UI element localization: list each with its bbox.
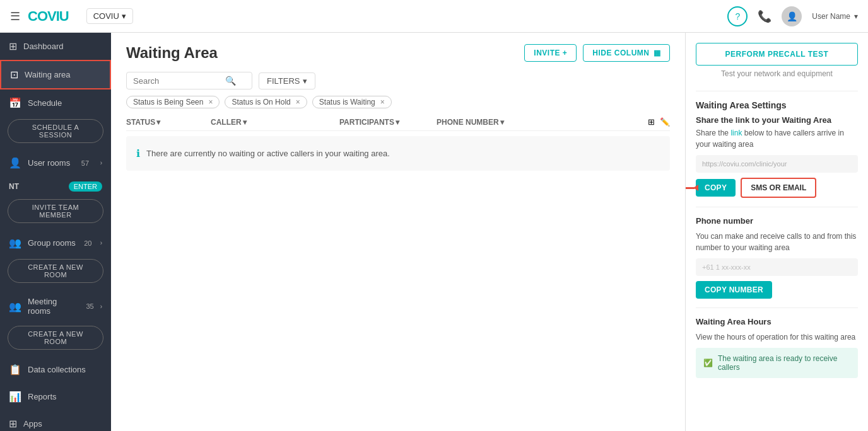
sidebar-item-data-collections[interactable]: 📋 Data collections bbox=[0, 356, 111, 383]
meeting-rooms-icon: 👥 bbox=[9, 301, 21, 313]
nt-enter-row: NT ENTER bbox=[0, 176, 111, 197]
sidebar-item-label: Meeting rooms bbox=[28, 297, 79, 316]
sort-icon: ▾ bbox=[156, 118, 160, 127]
arrow-line-2 bbox=[685, 187, 695, 189]
copy-button[interactable]: COPY bbox=[696, 179, 736, 197]
sms-email-button[interactable]: SMS OR EMAIL bbox=[741, 178, 816, 198]
filter-bar: 🔍 FILTERS ▾ bbox=[111, 68, 685, 93]
schedule-icon: 📅 bbox=[9, 97, 21, 109]
avatar: 👤 bbox=[782, 6, 802, 26]
filter-tags: Status is Being Seen × Status is On Hold… bbox=[111, 93, 685, 111]
filter-tag-waiting: Status is Waiting × bbox=[312, 96, 392, 108]
sidebar-item-group-rooms[interactable]: 👥 Group rooms 20 › bbox=[0, 229, 111, 256]
search-box[interactable]: 🔍 bbox=[126, 72, 252, 89]
hide-column-button[interactable]: HIDE COLUMN ▦ bbox=[583, 44, 670, 62]
th-phone[interactable]: PHONE NUMBER ▾ bbox=[437, 118, 537, 127]
divider bbox=[696, 207, 858, 207]
sidebar-item-apps[interactable]: ⊞ Apps bbox=[0, 410, 111, 431]
divider bbox=[696, 307, 858, 308]
annotation-2: 2 bbox=[685, 181, 695, 194]
ready-message: The waiting area is ready to receive cal… bbox=[718, 354, 850, 372]
waiting-area-icon: ⊡ bbox=[10, 69, 18, 81]
ready-status: ✅ The waiting area is ready to receive c… bbox=[696, 348, 858, 378]
sidebar-item-meeting-rooms[interactable]: 👥 Meeting rooms 35 › bbox=[0, 289, 111, 323]
filter-tag-close[interactable]: × bbox=[208, 98, 213, 106]
phone-display: +61 1 xx-xxx-xx bbox=[696, 258, 858, 276]
sort-icon: ▾ bbox=[396, 118, 399, 127]
arrow-icon: › bbox=[100, 239, 102, 246]
filters-button[interactable]: FILTERS ▾ bbox=[259, 72, 315, 89]
hours-desc: View the hours of operation for this wai… bbox=[696, 331, 858, 343]
topbar: ☰ COVIU COVIU ▾ ? 📞 👤 User Name ▾ bbox=[0, 0, 868, 33]
org-selector[interactable]: COVIU ▾ bbox=[86, 8, 133, 24]
group-rooms-icon: 👥 bbox=[9, 237, 21, 249]
user-dropdown-icon: ▾ bbox=[854, 12, 858, 21]
user-rooms-badge: 57 bbox=[81, 159, 89, 167]
filter-tag-close[interactable]: × bbox=[296, 98, 300, 106]
table-header: STATUS ▾ CALLER ▾ PARTICIPANTS ▾ PHONE N… bbox=[126, 111, 670, 131]
th-participants[interactable]: PARTICIPANTS ▾ bbox=[339, 118, 434, 127]
hours-title: Waiting Area Hours bbox=[696, 317, 858, 326]
filters-label: FILTERS bbox=[267, 76, 300, 86]
hide-column-label: HIDE COLUMN bbox=[592, 49, 649, 57]
reports-icon: 📊 bbox=[9, 391, 21, 403]
empty-table-row: ℹ There are currently no waiting or acti… bbox=[126, 136, 670, 171]
create-room-group-button[interactable]: CREATE A NEW ROOM bbox=[8, 259, 103, 283]
arrow-icon: › bbox=[100, 159, 102, 166]
content-header: Waiting Area INVITE + HIDE COLUMN ▦ bbox=[111, 33, 685, 68]
filters-chevron: ▾ bbox=[303, 76, 307, 86]
org-dropdown-icon: ▾ bbox=[122, 11, 126, 21]
filter-tag-label: Status is Waiting bbox=[319, 98, 375, 106]
help-button[interactable]: ? bbox=[727, 6, 748, 26]
sidebar-item-dashboard[interactable]: ⊞ Dashboard bbox=[0, 33, 111, 60]
phone-icon[interactable]: 📞 bbox=[758, 9, 771, 23]
waiting-area-settings: Waiting Area Settings Share the link to … bbox=[696, 100, 858, 378]
table-icon-1[interactable]: ⊞ bbox=[648, 117, 655, 127]
table-area: STATUS ▾ CALLER ▾ PARTICIPANTS ▾ PHONE N… bbox=[111, 111, 685, 431]
empty-message: There are currently no waiting or active… bbox=[146, 149, 390, 158]
th-caller[interactable]: CALLER ▾ bbox=[211, 118, 337, 127]
filter-tag-close[interactable]: × bbox=[380, 98, 385, 106]
right-panel: PERFORM PRECALL TEST Test your network a… bbox=[685, 33, 868, 431]
sort-icon: ▾ bbox=[243, 118, 247, 127]
table-icon-2[interactable]: ✏️ bbox=[660, 117, 670, 127]
copy-number-button[interactable]: COPY NUMBER bbox=[696, 281, 772, 299]
sidebar-item-label: Schedule bbox=[28, 98, 62, 108]
sidebar-item-label: Waiting area bbox=[25, 70, 71, 79]
filter-tag-being-seen: Status is Being Seen × bbox=[126, 96, 220, 108]
search-input[interactable] bbox=[133, 76, 221, 86]
sidebar-item-label: Reports bbox=[28, 392, 57, 401]
sidebar-item-user-rooms[interactable]: 👤 User rooms 57 › bbox=[0, 149, 111, 176]
menu-icon[interactable]: ☰ bbox=[10, 9, 20, 23]
apps-icon: ⊞ bbox=[9, 418, 17, 430]
link-actions: COPY 2 SMS OR EMAIL bbox=[696, 178, 858, 198]
divider bbox=[696, 91, 858, 91]
info-icon: ℹ bbox=[136, 147, 140, 159]
th-status[interactable]: STATUS ▾ bbox=[126, 118, 208, 127]
sidebar-item-reports[interactable]: 📊 Reports bbox=[0, 383, 111, 410]
sidebar-item-schedule[interactable]: 📅 Schedule bbox=[0, 89, 111, 117]
sidebar-item-waiting-area[interactable]: ⊡ Waiting area 1 bbox=[0, 60, 111, 89]
dashboard-icon: ⊞ bbox=[9, 40, 17, 52]
arrow-icon: › bbox=[100, 303, 102, 310]
precall-button[interactable]: PERFORM PRECALL TEST bbox=[696, 43, 858, 66]
group-rooms-badge: 20 bbox=[84, 239, 91, 247]
share-link[interactable]: link bbox=[730, 129, 742, 137]
logo: COVIU bbox=[28, 8, 69, 25]
share-title: Share the link to your Waiting Area bbox=[696, 115, 858, 125]
user-menu[interactable]: User Name ▾ bbox=[812, 12, 858, 21]
data-collections-icon: 📋 bbox=[9, 364, 21, 376]
user-rooms-icon: 👤 bbox=[9, 157, 21, 169]
phone-title: Phone number bbox=[696, 216, 858, 226]
sidebar: ⊞ Dashboard ⊡ Waiting area 1 📅 Schedule … bbox=[0, 33, 111, 431]
precall-section: PERFORM PRECALL TEST Test your network a… bbox=[696, 43, 858, 78]
schedule-session-button[interactable]: SCHEDULE A SESSION bbox=[8, 119, 103, 143]
share-desc: Share the link below to have callers arr… bbox=[696, 127, 858, 150]
invite-team-button[interactable]: INVITE TEAM MEMBER bbox=[8, 199, 103, 223]
enter-badge[interactable]: ENTER bbox=[69, 181, 102, 192]
filter-tag-on-hold: Status is On Hold × bbox=[225, 96, 307, 108]
sidebar-item-label: Dashboard bbox=[23, 42, 64, 51]
invite-button[interactable]: INVITE + bbox=[524, 44, 577, 62]
link-display: https://coviu.com/clinic/your bbox=[696, 155, 858, 173]
create-room-meeting-button[interactable]: CREATE A NEW ROOM bbox=[8, 326, 103, 350]
